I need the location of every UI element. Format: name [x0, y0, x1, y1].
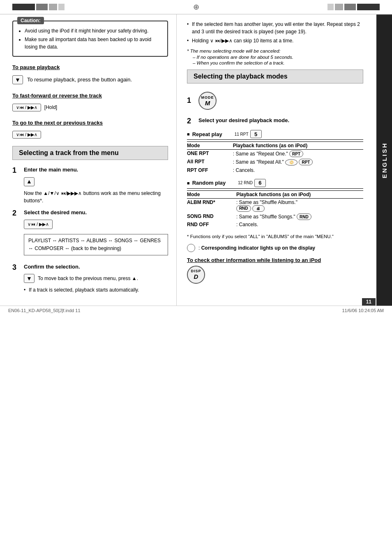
rnd-icon-song: RND	[297, 213, 311, 220]
random-play-table: Mode Playback functions (as on iPod) ALB…	[187, 190, 363, 229]
playback-modes-title: Selecting the playback modes	[194, 73, 288, 80]
playback-step1-number: 1	[187, 96, 198, 105]
rnd-tape-icon: 🖨	[252, 205, 265, 212]
decor-block-3	[49, 4, 57, 10]
random-play-section: ■ Random play 12 RND 6 Mode Playback fun…	[187, 179, 363, 229]
caution-list: Avoid using the iPod if it might hinder …	[18, 27, 162, 51]
top-decoration: ⊕	[0, 0, 392, 14]
compass-symbol: ⊕	[193, 2, 199, 12]
english-sidebar: ENGLISH	[376, 14, 392, 306]
mode-label: MODE	[201, 95, 214, 100]
fastforward-heading: To fast-forward or reverse the track	[12, 93, 168, 99]
menu-step3-number: 3	[12, 263, 24, 272]
disp-label: DISP	[191, 269, 201, 273]
menu-step3-title: Confirm the selection.	[24, 263, 168, 271]
table-row: RND OFF : Cancels.	[187, 221, 363, 228]
right-note-1: If the selected item has another layer, …	[187, 21, 363, 35]
menu-step-1: 1 Enter the main menu. ▲ Now the ▲/▼/∨ ⏮…	[12, 166, 168, 204]
menu-note-dash-2: – When you confirm the selection of a tr…	[187, 60, 363, 65]
menu-step3-desc: To move back to the previous menu, press…	[38, 275, 138, 282]
menu-step3-bullet: If a track is selected, playback starts …	[24, 286, 168, 294]
random-func-albm: : Same as "Shuffle Albums." RND 🖨	[236, 198, 363, 213]
repeat-func-off-text: Cancels.	[235, 167, 255, 173]
repeat-play-indicator: 11 RPT 5	[235, 130, 262, 138]
prev-next-icon: ∨⏮ / ▶▶∧	[28, 221, 49, 228]
rpt-icon-all: RPT	[299, 159, 313, 165]
mode-letter: M	[205, 100, 210, 107]
repeat-mode-one: ONE RPT	[187, 150, 233, 158]
footer-left: EN06-11_KD-APD58_50[J]f.indd 11	[8, 308, 81, 313]
random-indicator-box: 6	[254, 179, 266, 187]
fastforward-button: ∨⏮ / ▶▶∧	[12, 104, 41, 111]
playback-step2-number: 2	[187, 116, 198, 126]
playback-step-2: 2 Select your desired playback mode.	[187, 116, 363, 126]
random-mode-off: RND OFF	[187, 221, 236, 228]
mode-button-container: MODE M	[198, 92, 217, 110]
up-arrow-icon: ▲	[26, 177, 32, 186]
rpt-album-icon: 📀	[285, 159, 297, 166]
random-table-header-func: Playback functions (as on iPod)	[236, 190, 363, 198]
menu-step1-desc: Now the ▲/▼/∨ ⏮/▶▶▶∧ buttons work as the…	[24, 190, 168, 204]
pause-description: To resume playback, press the button aga…	[27, 76, 168, 84]
page-number: 11	[362, 298, 376, 306]
playback-step2-content: Select your desired playback mode.	[198, 116, 363, 125]
playlist-box: PLAYLIST ↔ ARTISTS ↔ ALBUMS ↔ SONGS ↔ GE…	[24, 234, 168, 255]
footer-right: 11/6/06 10:24:05 AM	[342, 308, 384, 313]
menu-step-3: 3 Confirm the selection. ▼ To move back …	[12, 263, 168, 296]
repeat-func-off: : Cancels.	[233, 167, 363, 174]
random-play-header: ■ Random play 12 RND 6	[187, 179, 363, 189]
caution-item-2: Make sure all important data has been ba…	[25, 36, 162, 51]
decor-block-1	[12, 4, 35, 10]
random-indicator-num: 12 RND	[238, 181, 253, 185]
fastforward-icon: ∨⏮ / ▶▶∧	[16, 105, 37, 110]
decor-block-4	[58, 4, 65, 10]
repeat-func-one: : Same as "Repeat One." RPT	[233, 150, 363, 158]
decor-blocks-right	[327, 4, 380, 10]
repeat-table-header-mode: Mode	[187, 142, 233, 150]
decor-block-5	[327, 4, 334, 10]
disp-button: DISP D	[187, 266, 205, 284]
caution-box: Caution: Avoid using the iPod if it migh…	[12, 21, 168, 57]
circle-indicator-icon	[187, 244, 195, 252]
nextprev-heading: To go to the next or previous tracks	[12, 120, 168, 126]
repeat-func-all-text: Same as "Repeat All."	[235, 159, 285, 165]
menu-step1-number: 1	[12, 166, 24, 175]
menu-step1-button: ▲	[24, 177, 35, 186]
menu-step2-button: ∨⏮ / ▶▶∧	[24, 220, 53, 229]
menu-step1-title: Enter the main menu.	[24, 166, 168, 174]
table-row: All RPT : Same as "Repeat All." 📀 RPT	[187, 158, 363, 167]
mode-button: MODE M	[198, 92, 217, 110]
table-row: ONE RPT : Same as "Repeat One." RPT	[187, 150, 363, 158]
decor-block-8	[357, 4, 380, 10]
table-row: SONG RND : Same as "Shuffle Songs." RND	[187, 213, 363, 221]
menu-step2-title: Select the desired menu.	[24, 208, 168, 217]
playback-step2-title: Select your desired playback mode.	[198, 116, 363, 125]
menu-section-box: Selecting a track from the menu	[12, 146, 168, 160]
random-func-song: : Same as "Shuffle Songs." RND	[236, 213, 363, 221]
pause-icon: ▼	[15, 76, 21, 83]
pause-button: ▼	[12, 75, 23, 84]
playback-modes-box: Selecting the playback modes	[187, 70, 363, 83]
right-column: If the selected item has another layer, …	[177, 14, 392, 306]
menu-section-title: Selecting a track from the menu	[19, 149, 119, 156]
pause-playback-heading: To pause playback	[12, 64, 168, 70]
menu-step-2: 2 Select the desired menu. ∨⏮ / ▶▶∧ PLAY…	[12, 208, 168, 259]
indicator-note: : Corresponding indicator lights up on t…	[187, 244, 363, 252]
repeat-play-table: Mode Playback functions (as on iPod) ONE…	[187, 141, 363, 174]
random-func-albm-text: Same as "Shuffle Albums."	[239, 199, 297, 205]
repeat-table-header-func: Playback functions (as on iPod)	[233, 142, 363, 150]
decor-block-7	[344, 4, 356, 10]
random-mode-song: SONG RND	[187, 213, 236, 221]
table-row: ALBM RND* : Same as "Shuffle Albums." RN…	[187, 198, 363, 213]
repeat-func-all: : Same as "Repeat All." 📀 RPT	[233, 158, 363, 167]
right-note-2: Holding ∨ ⏮/▶▶∧ can skip 10 items at a t…	[187, 37, 363, 44]
random-func-off-text: Cancels.	[239, 222, 258, 227]
random-table-header-mode: Mode	[187, 190, 236, 198]
disp-letter: D	[194, 273, 198, 280]
repeat-mode-off: RPT OFF	[187, 167, 233, 174]
playback-step-1: 1 MODE M	[187, 89, 363, 112]
repeat-play-label: Repeat play	[192, 131, 222, 137]
check-info-heading: To check other information while listeni…	[187, 257, 363, 263]
repeat-mode-all: All RPT	[187, 158, 233, 167]
caution-label: Caution:	[17, 17, 44, 24]
